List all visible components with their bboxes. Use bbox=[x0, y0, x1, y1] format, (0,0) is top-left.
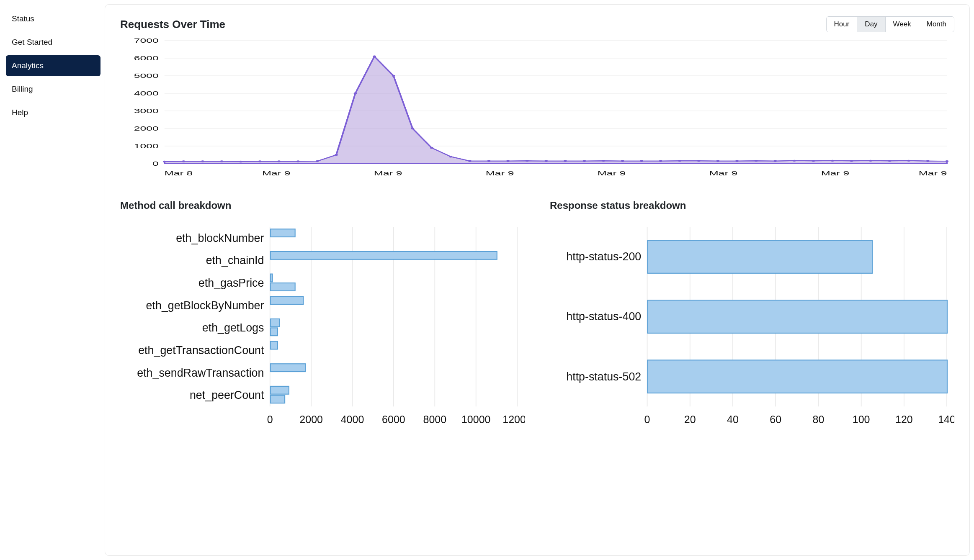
sidebar-item-billing[interactable]: Billing bbox=[6, 79, 100, 100]
svg-text:0: 0 bbox=[152, 160, 159, 167]
svg-point-43 bbox=[678, 160, 681, 162]
svg-text:eth_getTransactionCount: eth_getTransactionCount bbox=[138, 344, 264, 357]
range-button-week[interactable]: Week bbox=[885, 17, 919, 32]
svg-rect-120 bbox=[647, 360, 947, 393]
svg-text:http-status-502: http-status-502 bbox=[566, 370, 641, 383]
svg-text:2000: 2000 bbox=[134, 125, 159, 132]
svg-point-39 bbox=[602, 160, 605, 162]
svg-point-55 bbox=[907, 160, 910, 162]
status-breakdown-chart: 020406080100120140http-status-200http-st… bbox=[550, 219, 954, 431]
svg-text:Mar 9: Mar 9 bbox=[374, 170, 402, 177]
svg-point-54 bbox=[888, 160, 892, 162]
svg-point-20 bbox=[239, 161, 242, 162]
svg-rect-81 bbox=[271, 229, 295, 237]
svg-text:eth_sendRawTransaction: eth_sendRawTransaction bbox=[137, 367, 264, 379]
range-button-hour[interactable]: Hour bbox=[827, 17, 857, 32]
svg-text:0: 0 bbox=[644, 414, 650, 425]
svg-point-41 bbox=[640, 160, 643, 162]
svg-point-25 bbox=[335, 154, 338, 156]
svg-point-23 bbox=[296, 160, 300, 162]
svg-point-53 bbox=[869, 160, 872, 162]
svg-rect-116 bbox=[647, 240, 872, 273]
time-range-group: HourDayWeekMonth bbox=[826, 16, 955, 32]
svg-rect-83 bbox=[271, 252, 497, 259]
svg-text:http-status-200: http-status-200 bbox=[566, 250, 641, 263]
svg-text:Mar 9: Mar 9 bbox=[709, 170, 738, 177]
svg-point-42 bbox=[659, 160, 662, 162]
svg-point-38 bbox=[583, 160, 586, 162]
svg-point-21 bbox=[258, 160, 262, 162]
svg-text:10000: 10000 bbox=[461, 414, 491, 425]
svg-point-34 bbox=[506, 160, 510, 162]
svg-text:Mar 9: Mar 9 bbox=[262, 170, 291, 177]
svg-text:eth_getBlockByNumber: eth_getBlockByNumber bbox=[146, 299, 264, 312]
svg-text:140: 140 bbox=[938, 414, 954, 425]
svg-text:5000: 5000 bbox=[134, 72, 159, 80]
svg-rect-97 bbox=[271, 386, 289, 394]
requests-chart-title: Requests Over Time bbox=[120, 18, 225, 31]
svg-text:eth_blockNumber: eth_blockNumber bbox=[176, 232, 264, 244]
svg-point-49 bbox=[793, 160, 796, 162]
svg-point-27 bbox=[373, 56, 376, 57]
svg-text:Mar 8: Mar 8 bbox=[165, 170, 193, 177]
svg-point-17 bbox=[182, 160, 185, 162]
svg-point-56 bbox=[926, 160, 930, 162]
svg-point-48 bbox=[773, 160, 777, 162]
svg-point-40 bbox=[621, 160, 624, 162]
svg-point-36 bbox=[544, 160, 548, 162]
range-button-day[interactable]: Day bbox=[857, 17, 885, 32]
svg-text:120: 120 bbox=[895, 414, 913, 425]
svg-rect-98 bbox=[271, 395, 285, 403]
svg-text:eth_gasPrice: eth_gasPrice bbox=[198, 277, 264, 289]
svg-text:Mar 9: Mar 9 bbox=[821, 170, 850, 177]
svg-point-57 bbox=[945, 160, 948, 162]
svg-text:http-status-400: http-status-400 bbox=[566, 310, 641, 323]
svg-point-24 bbox=[315, 160, 319, 162]
svg-point-22 bbox=[277, 160, 281, 162]
svg-text:3000: 3000 bbox=[134, 108, 159, 115]
svg-point-46 bbox=[735, 160, 739, 162]
svg-text:eth_chainId: eth_chainId bbox=[206, 254, 264, 267]
svg-text:2000: 2000 bbox=[299, 414, 323, 425]
status-breakdown-title: Response status breakdown bbox=[550, 200, 954, 215]
main-content: Requests Over Time HourDayWeekMonth 0100… bbox=[105, 4, 970, 556]
range-button-month[interactable]: Month bbox=[919, 17, 954, 32]
method-breakdown-title: Method call breakdown bbox=[120, 200, 525, 215]
svg-text:1000: 1000 bbox=[134, 143, 159, 150]
svg-point-29 bbox=[411, 128, 414, 129]
svg-rect-86 bbox=[271, 283, 295, 291]
svg-point-51 bbox=[831, 160, 834, 162]
svg-rect-85 bbox=[271, 274, 273, 282]
svg-point-19 bbox=[220, 160, 224, 162]
svg-point-30 bbox=[430, 147, 433, 149]
svg-point-44 bbox=[697, 160, 701, 162]
svg-text:6000: 6000 bbox=[134, 55, 159, 62]
sidebar-item-get-started[interactable]: Get Started bbox=[6, 32, 100, 53]
sidebar-item-help[interactable]: Help bbox=[6, 102, 100, 123]
svg-rect-93 bbox=[271, 342, 278, 349]
svg-text:net_peerCount: net_peerCount bbox=[190, 389, 264, 401]
svg-point-26 bbox=[354, 92, 357, 94]
svg-point-52 bbox=[850, 160, 853, 162]
svg-text:60: 60 bbox=[770, 414, 781, 425]
svg-text:eth_getLogs: eth_getLogs bbox=[202, 321, 264, 334]
svg-text:7000: 7000 bbox=[134, 38, 159, 44]
svg-rect-88 bbox=[271, 296, 304, 304]
svg-text:Mar 9: Mar 9 bbox=[919, 170, 947, 177]
svg-rect-95 bbox=[271, 364, 306, 372]
svg-point-47 bbox=[755, 160, 758, 162]
svg-rect-90 bbox=[271, 319, 280, 327]
svg-text:0: 0 bbox=[267, 414, 273, 425]
sidebar-item-status[interactable]: Status bbox=[6, 8, 100, 29]
svg-text:80: 80 bbox=[813, 414, 825, 425]
svg-text:Mar 9: Mar 9 bbox=[598, 170, 626, 177]
svg-text:6000: 6000 bbox=[382, 414, 405, 425]
svg-text:Mar 9: Mar 9 bbox=[486, 170, 514, 177]
svg-text:4000: 4000 bbox=[341, 414, 364, 425]
svg-point-50 bbox=[812, 160, 815, 162]
svg-text:20: 20 bbox=[684, 414, 696, 425]
svg-text:100: 100 bbox=[853, 414, 870, 425]
svg-point-31 bbox=[449, 156, 453, 157]
svg-point-33 bbox=[487, 160, 491, 162]
sidebar-item-analytics[interactable]: Analytics bbox=[6, 55, 100, 76]
